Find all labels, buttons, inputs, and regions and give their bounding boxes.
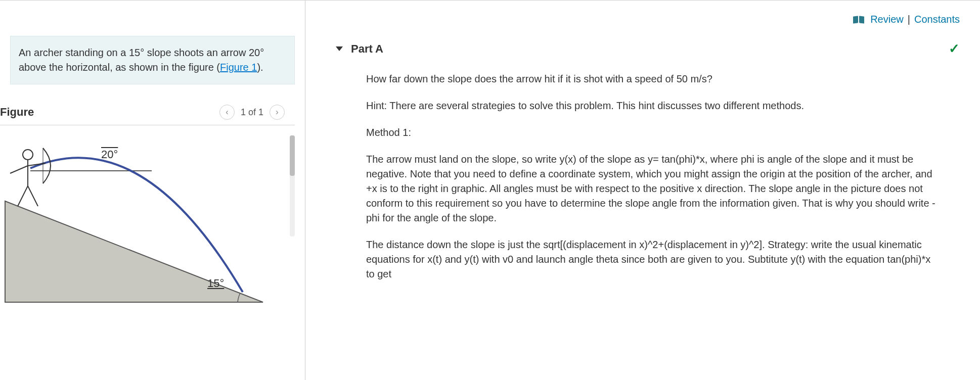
svg-line-6 — [10, 166, 28, 173]
launch-angle-label: 20° — [101, 148, 118, 161]
next-figure-button[interactable]: › — [270, 105, 285, 120]
method1-paragraph-1: The arrow must land on the slope, so wri… — [366, 152, 940, 225]
link-separator: | — [908, 14, 910, 25]
problem-text-after: ). — [257, 62, 263, 73]
part-title: Part A — [351, 42, 383, 56]
svg-marker-0 — [5, 201, 263, 302]
hint-intro: Hint: There are several strategies to so… — [366, 99, 940, 113]
method1-label: Method 1: — [366, 125, 940, 140]
book-icon — [853, 16, 864, 23]
figure-illustration — [0, 135, 283, 307]
review-link[interactable]: Review — [870, 14, 904, 25]
top-links: Review | Constants — [853, 14, 960, 25]
figure-heading: Figure — [0, 106, 34, 119]
figure-pager: ‹ 1 of 1 › — [219, 105, 285, 120]
part-content: How far down the slope does the arrow hi… — [366, 72, 960, 281]
question-text: How far down the slope does the arrow hi… — [366, 72, 940, 86]
figure-link[interactable]: Figure 1 — [220, 62, 257, 73]
check-icon: ✓ — [949, 41, 960, 57]
part-header[interactable]: Part A ✓ — [336, 41, 960, 57]
constants-link[interactable]: Constants — [914, 14, 960, 25]
svg-point-3 — [23, 150, 33, 160]
svg-line-7 — [18, 186, 28, 206]
problem-statement: An archer standing on a 15° slope shoots… — [10, 36, 295, 84]
chevron-down-icon — [336, 46, 343, 51]
left-pane: An archer standing on a 15° slope shoots… — [0, 1, 305, 380]
slope-angle-label: 15° — [207, 277, 224, 290]
pager-label: 1 of 1 — [241, 107, 263, 118]
figure-header: Figure ‹ 1 of 1 › — [0, 105, 295, 125]
prev-figure-button[interactable]: ‹ — [219, 105, 235, 120]
figure-scrollbar-thumb[interactable] — [290, 135, 295, 176]
method1-paragraph-2: The distance down the slope is just the … — [366, 238, 940, 281]
svg-line-8 — [28, 186, 38, 206]
figure-area: 20° 15° — [0, 130, 295, 312]
right-pane: Review | Constants Part A ✓ How far down… — [305, 1, 980, 380]
